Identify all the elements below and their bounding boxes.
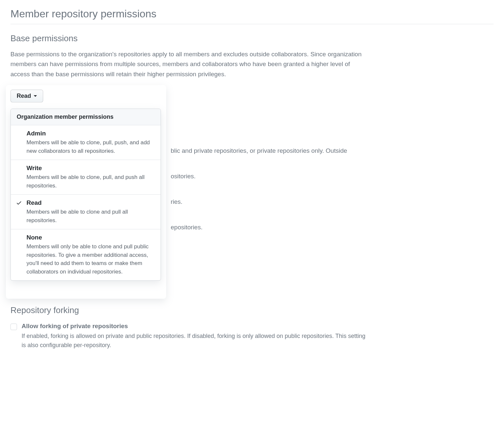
allow-forking-checkbox[interactable] (10, 324, 17, 330)
dropdown-selected-label: Read (17, 93, 31, 99)
repository-forking-title: Repository forking (10, 305, 494, 315)
option-description: Members will be able to clone and pull a… (26, 208, 155, 224)
option-title: None (26, 234, 155, 241)
dropdown-option-write[interactable]: Write Members will be able to clone, pul… (11, 160, 161, 195)
dropdown-option-none[interactable]: None Members will only be able to clone … (11, 229, 161, 280)
base-permission-dropdown-container: Read Organization member permissions Adm… (10, 90, 43, 102)
base-permissions-title: Base permissions (10, 33, 494, 44)
permission-dropdown-panel: Organization member permissions Admin Me… (10, 109, 161, 281)
dropdown-option-read[interactable]: Read Members will be able to clone and p… (11, 195, 161, 229)
allow-forking-description: If enabled, forking is allowed on privat… (22, 332, 368, 350)
page-title: Member repository permissions (10, 8, 494, 24)
option-description: Members will only be able to clone and p… (26, 242, 155, 276)
allow-forking-label: Allow forking of private repositories (22, 323, 368, 330)
repository-forking-section: Repository forking Allow forking of priv… (10, 305, 494, 350)
forking-checkbox-row: Allow forking of private repositories If… (10, 323, 494, 350)
option-title: Read (26, 199, 155, 206)
caret-down-icon (34, 95, 37, 97)
check-icon (16, 200, 22, 206)
dropdown-header: Organization member permissions (11, 109, 161, 125)
dropdown-popover-wrap: Read Organization member permissions Adm… (6, 85, 166, 299)
base-permission-dropdown-button[interactable]: Read (10, 90, 43, 102)
base-permissions-description: Base permissions to the organization's r… (10, 49, 370, 79)
option-title: Admin (26, 130, 155, 137)
option-title: Write (26, 165, 155, 172)
option-description: Members will be able to clone, pull, and… (26, 173, 155, 190)
dropdown-option-admin[interactable]: Admin Members will be able to clone, pul… (11, 125, 161, 160)
option-description: Members will be able to clone, pull, pus… (26, 138, 155, 155)
